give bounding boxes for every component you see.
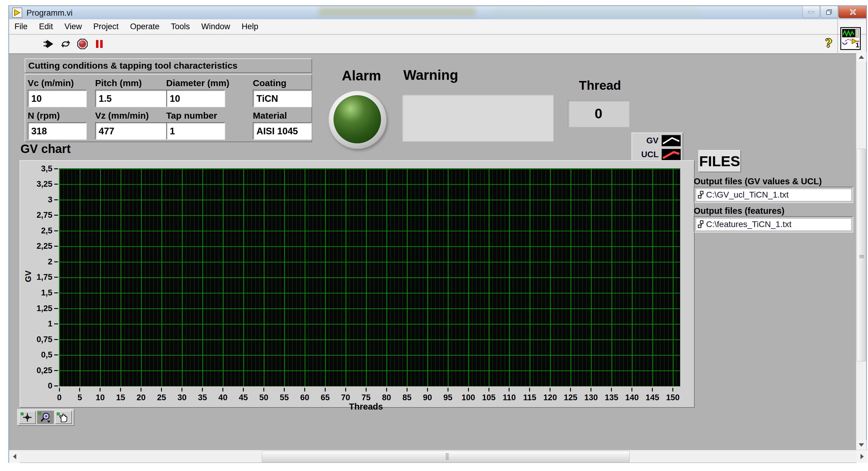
menu-item[interactable]: Edit [39, 22, 53, 31]
x-tick-mark [222, 388, 223, 391]
condition-label: Vc (m/min) [28, 77, 95, 90]
y-tick-mark [54, 308, 58, 309]
gv-chart: 3,5 3,25 3 2,75 [20, 160, 695, 408]
scroll-up-button[interactable] [856, 52, 867, 62]
condition-label: N (rpm) [28, 109, 95, 122]
x-tick-mark [243, 388, 244, 391]
condition-input[interactable]: 1 [166, 122, 225, 140]
x-tick-label: 25 [157, 393, 166, 402]
x-axis-label: Threads [342, 402, 390, 412]
x-tick-mark [447, 388, 448, 391]
y-tick-label: 0,5 [41, 350, 52, 360]
condition-cell: N (rpm) 318 [28, 109, 95, 142]
condition-input[interactable]: 477 [95, 122, 174, 140]
x-tick-label: 75 [362, 393, 371, 402]
tool-indicator-dot [57, 413, 60, 415]
alarm-led [334, 95, 381, 143]
x-tick-label: 125 [564, 393, 577, 402]
conditions-group: Vc (m/min) 10 Pitch (mm) 1.5 Diameter (m… [25, 74, 312, 142]
menu-item[interactable]: View [64, 22, 82, 31]
x-tick-mark [161, 388, 162, 391]
condition-label: Diameter (mm) [166, 77, 253, 90]
horizontal-scrollbar[interactable] [9, 450, 867, 463]
gv-ucl-path-control[interactable]: C:\GV_ucl_TiCN_1.txt [694, 187, 853, 203]
condition-input[interactable]: 10 [166, 90, 225, 107]
cursor-tool-button[interactable] [19, 411, 36, 424]
y-tick-mark [54, 339, 58, 340]
x-tick-mark [652, 388, 653, 391]
vertical-scrollbar[interactable] [856, 52, 866, 450]
ucl-line-sample [661, 149, 681, 160]
tool-indicator-dot [38, 412, 41, 415]
scroll-down-button[interactable] [856, 440, 867, 450]
condition-label: Vz (mm/min) [95, 109, 166, 122]
vi-connector-icon[interactable]: 1 [840, 27, 861, 50]
menu-item[interactable]: Operate [130, 22, 159, 31]
alarm-led-bezel [329, 91, 386, 149]
x-tick-label: 100 [462, 393, 475, 402]
scroll-left-button[interactable] [9, 450, 20, 463]
x-tick-mark [611, 388, 612, 391]
legend-row-ucl[interactable]: UCL [634, 148, 681, 160]
x-tick-label: 105 [482, 393, 495, 402]
warning-indicator [402, 94, 554, 142]
labview-vi-icon [12, 7, 22, 18]
y-tick-mark [54, 277, 58, 278]
path-field[interactable]: C:\features_TiCN_1.txt [696, 218, 851, 230]
x-tick-mark [304, 388, 305, 391]
condition-label: Pitch (mm) [95, 77, 166, 90]
y-tick-label: 2,5 [41, 226, 52, 235]
minimize-button[interactable] [802, 6, 820, 18]
y-tick-label: 0,25 [36, 366, 52, 375]
title-bar[interactable]: Programm.vi [9, 6, 866, 19]
plot-area[interactable] [59, 169, 680, 386]
legend-label: UCL [641, 150, 658, 159]
x-tick-label: 120 [543, 393, 557, 402]
condition-input[interactable]: TiCN [253, 90, 312, 107]
x-tick-mark [468, 388, 469, 391]
x-tick-mark [529, 388, 530, 391]
close-button[interactable] [838, 6, 866, 18]
legend-label: GV [647, 136, 658, 145]
legend-row-gv[interactable]: GV [634, 135, 681, 147]
gv-line-sample [661, 135, 681, 146]
run-continuously-button[interactable] [60, 38, 72, 50]
horizontal-scroll-thumb[interactable] [262, 451, 630, 462]
menu-item[interactable]: Project [93, 22, 119, 31]
zoom-tool-button[interactable] [37, 411, 54, 424]
abort-button[interactable] [76, 38, 89, 50]
menu-item[interactable]: Tools [171, 22, 190, 31]
menu-item[interactable]: Window [202, 22, 230, 31]
maximize-button[interactable] [820, 6, 838, 18]
scroll-right-button[interactable] [857, 450, 867, 463]
features-path-control[interactable]: C:\features_TiCN_1.txt [694, 216, 853, 233]
condition-cell: Vc (m/min) 10 [28, 77, 95, 109]
pause-button[interactable] [93, 38, 105, 50]
pan-tool-button[interactable] [55, 411, 72, 424]
condition-label: Coating [253, 77, 313, 90]
x-tick-label: 45 [239, 393, 248, 402]
condition-input[interactable]: 10 [28, 90, 87, 107]
vi-badge-number: 1 [856, 41, 859, 49]
plot-legend: GV UCL [631, 133, 683, 163]
x-tick-mark [141, 388, 142, 391]
x-tick-mark [120, 388, 121, 391]
menu-item[interactable]: File [14, 22, 28, 31]
path-field[interactable]: C:\GV_ucl_TiCN_1.txt [696, 189, 851, 201]
warning-label: Warning [403, 67, 475, 83]
graph-palette [17, 409, 74, 426]
run-button[interactable] [43, 38, 55, 50]
condition-input[interactable]: AISI 1045 [253, 122, 312, 140]
x-tick-mark [550, 388, 551, 391]
vertical-scroll-thumb[interactable] [857, 149, 866, 361]
y-axis-label: GV [24, 263, 33, 290]
context-help-icon[interactable]: ? [825, 36, 837, 50]
menu-item[interactable]: Help [242, 22, 258, 31]
y-tick-mark [54, 168, 58, 169]
x-tick-mark [182, 388, 182, 391]
condition-input[interactable]: 1.5 [95, 90, 174, 107]
condition-input[interactable]: 318 [28, 122, 87, 140]
tool-indicator-dot [21, 413, 24, 415]
y-tick-mark [54, 184, 58, 185]
x-tick-label: 10 [96, 393, 105, 402]
